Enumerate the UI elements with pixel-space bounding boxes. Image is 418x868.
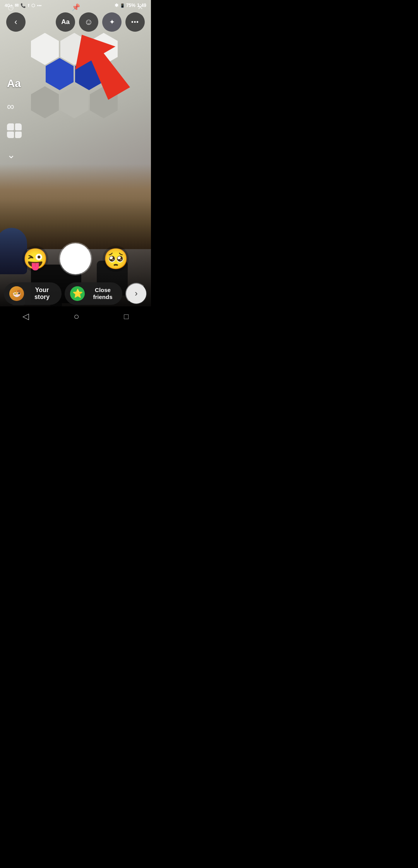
navigation-bar: ◁ ○ □ bbox=[0, 306, 151, 326]
more-tool-button[interactable]: ••• bbox=[125, 12, 145, 32]
more-tool-icon: ••• bbox=[131, 19, 139, 26]
nav-recent-button[interactable]: □ bbox=[124, 311, 128, 321]
svg-marker-0 bbox=[75, 31, 137, 107]
share-bar: 🍜 Your story ⭐ Close friends › bbox=[4, 282, 147, 305]
emoji-right-icon: 🥺 bbox=[103, 247, 128, 271]
nav-home-button[interactable]: ○ bbox=[74, 311, 79, 322]
friends-label: Close friends bbox=[89, 287, 117, 301]
nav-recent-icon: □ bbox=[124, 312, 128, 321]
top-mini-icons: ◷ 📌 ✕ bbox=[0, 3, 151, 12]
chevron-down-icon[interactable]: ⌄ bbox=[7, 149, 22, 161]
pin-icon: 📌 bbox=[72, 3, 80, 12]
toolbar-right-group: Aa ☺ ✦ ••• bbox=[56, 12, 145, 32]
nav-home-icon: ○ bbox=[74, 311, 79, 321]
timer-icon: ◷ bbox=[8, 3, 14, 12]
layout-tool[interactable] bbox=[7, 123, 22, 138]
x-top-icon: ✕ bbox=[137, 3, 143, 12]
more-share-button[interactable]: › bbox=[125, 283, 147, 304]
text-tool-icon: Aa bbox=[61, 18, 70, 26]
red-arrow-annotation bbox=[75, 31, 137, 108]
star-icon: ⭐ bbox=[72, 289, 83, 299]
story-label: Your story bbox=[28, 287, 56, 301]
emoji-left-button[interactable]: 😜 bbox=[22, 246, 48, 272]
your-story-button[interactable]: 🍜 Your story bbox=[4, 282, 62, 305]
sparkle-tool-icon: ✦ bbox=[109, 18, 115, 26]
boomerang-tool[interactable]: ∞ bbox=[7, 101, 22, 113]
text-tool-button[interactable]: Aa bbox=[56, 12, 75, 32]
top-toolbar: ‹ Aa ☺ ✦ ••• bbox=[0, 12, 151, 32]
friends-icon: ⭐ bbox=[70, 286, 85, 301]
sticker-tool-button[interactable]: ☺ bbox=[79, 12, 98, 32]
keyboard-hint: S bbox=[73, 243, 78, 250]
sparkle-tool-button[interactable]: ✦ bbox=[102, 12, 122, 32]
sticker-tool-icon: ☺ bbox=[84, 17, 93, 27]
text-tool-left[interactable]: Aa bbox=[7, 77, 22, 90]
avatar-icon: 🍜 bbox=[12, 289, 21, 298]
emoji-left-icon: 😜 bbox=[23, 247, 48, 271]
story-avatar: 🍜 bbox=[9, 286, 24, 301]
back-button[interactable]: ‹ bbox=[6, 12, 26, 32]
back-icon: ‹ bbox=[14, 17, 17, 27]
nav-back-button[interactable]: ◁ bbox=[22, 311, 29, 321]
emoji-right-button[interactable]: 🥺 bbox=[103, 246, 129, 272]
left-tools-panel: Aa ∞ ⌄ bbox=[7, 77, 22, 161]
nav-back-icon: ◁ bbox=[22, 311, 29, 321]
close-friends-button[interactable]: ⭐ Close friends bbox=[65, 282, 122, 305]
more-share-icon: › bbox=[135, 289, 137, 299]
